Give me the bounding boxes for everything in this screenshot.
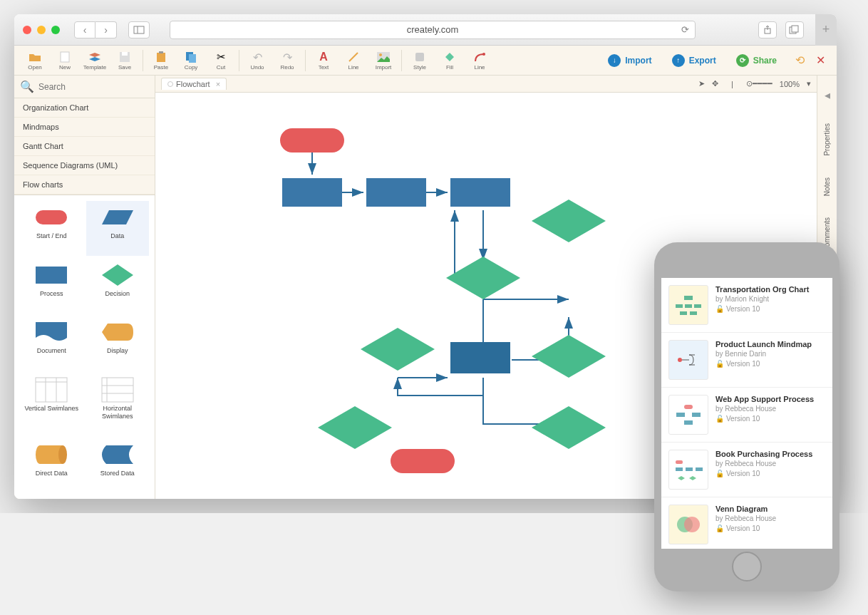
card-author: by Marion Knight <box>715 295 825 303</box>
left-panel: 🔍 Organization Chart Mindmaps Gantt Char… <box>14 76 155 499</box>
category-item[interactable]: Mindmaps <box>14 118 155 137</box>
lock-icon: 🔓 <box>715 360 724 368</box>
diagram-card[interactable]: Product Launch Mindmapby Bennie Darin🔓Ve… <box>661 333 832 388</box>
shape-document[interactable]: Document <box>20 316 83 371</box>
tool-undo[interactable]: ↶Undo <box>242 46 272 75</box>
tool-fill[interactable]: Fill <box>435 46 465 75</box>
svg-point-45 <box>678 358 682 362</box>
svg-rect-42 <box>694 304 701 308</box>
share-button[interactable]: ⟳Share <box>729 51 784 70</box>
svg-rect-15 <box>415 53 424 61</box>
window-controls <box>23 26 60 34</box>
shape-direct-data[interactable]: Direct Data <box>20 438 83 493</box>
category-item[interactable]: Gantt Chart <box>14 137 155 156</box>
svg-rect-4 <box>792 26 798 32</box>
share-icon <box>763 26 772 34</box>
new-tab-button[interactable]: + <box>815 14 837 46</box>
panel-notes[interactable]: Notes <box>823 177 831 196</box>
shape-display[interactable]: Display <box>86 316 150 371</box>
diagram-card[interactable]: Venn Diagramby Rebbeca House🔓Version 10 <box>661 497 832 513</box>
tabs-button[interactable] <box>785 21 804 38</box>
svg-rect-49 <box>684 420 693 425</box>
tool-new[interactable]: New <box>50 46 80 75</box>
sync-icon[interactable]: ⟲ <box>795 53 805 67</box>
panel-properties[interactable]: Properties <box>823 123 831 156</box>
tool-open[interactable]: Open <box>20 46 50 75</box>
shape-hswim[interactable]: Horizontal Swimlanes <box>86 373 150 435</box>
shape-vswim[interactable]: Vertical Swimlanes <box>20 373 83 435</box>
shape-data[interactable]: Data <box>86 201 150 256</box>
card-thumbnail <box>668 505 708 513</box>
close-icon[interactable] <box>23 26 31 34</box>
svg-rect-39 <box>684 296 693 300</box>
svg-rect-51 <box>676 467 683 471</box>
tool-paste[interactable]: Paste <box>146 46 176 75</box>
diagram-card[interactable]: Book Purchasing Processby Rebbeca House🔓… <box>661 443 832 497</box>
tool-import[interactable]: Import <box>368 46 398 75</box>
share-button[interactable] <box>758 21 777 38</box>
zoom-dropdown-icon[interactable]: ▾ <box>807 79 811 88</box>
close-icon[interactable]: ✕ <box>816 53 825 67</box>
svg-rect-19 <box>36 378 67 402</box>
svg-rect-17 <box>36 210 67 224</box>
svg-rect-34 <box>282 178 342 207</box>
minimize-icon[interactable] <box>37 26 46 34</box>
diagram-card[interactable]: Transportation Org Chartby Marion Knight… <box>661 278 832 333</box>
tool-text[interactable]: AText <box>309 46 339 75</box>
sidebar-toggle-button[interactable] <box>128 21 150 38</box>
tool-save[interactable]: Save <box>110 46 140 75</box>
svg-rect-48 <box>692 413 701 417</box>
tab-status-icon <box>167 81 173 87</box>
svg-rect-52 <box>686 467 693 471</box>
svg-rect-46 <box>684 405 693 409</box>
svg-rect-18 <box>36 267 67 284</box>
tab-flowchart[interactable]: Flowchart× <box>161 78 227 90</box>
shape-start-end[interactable]: Start / End <box>20 201 83 256</box>
move-icon[interactable]: ✥ <box>712 79 718 88</box>
card-author: by Bennie Darin <box>715 350 825 358</box>
svg-rect-40 <box>676 304 683 308</box>
back-button[interactable]: ‹ <box>74 21 95 38</box>
maximize-icon[interactable] <box>51 26 60 34</box>
shape-decision[interactable]: Decision <box>86 259 150 314</box>
svg-rect-50 <box>676 460 683 464</box>
card-version: 🔓Version 10 <box>715 470 825 477</box>
search-input[interactable] <box>38 82 149 92</box>
category-item[interactable]: Organization Chart <box>14 98 155 118</box>
category-item[interactable]: Sequence Diagrams (UML) <box>14 156 155 175</box>
tool-redo[interactable]: ↷Redo <box>272 46 302 75</box>
card-title: Venn Diagram <box>715 505 825 513</box>
download-icon: ↓ <box>608 54 621 67</box>
import-button[interactable]: ↓Import <box>601 51 658 70</box>
shape-process[interactable]: Process <box>20 259 83 314</box>
tool-line2[interactable]: Line <box>465 46 495 75</box>
diagram-card[interactable]: Web App Support Processby Rebbeca House🔓… <box>661 388 832 443</box>
svg-rect-9 <box>159 51 163 53</box>
tabs-icon <box>790 26 800 34</box>
url-bar[interactable]: creately.com ⟳ <box>170 21 696 39</box>
svg-rect-37 <box>450 342 510 373</box>
forward-button[interactable]: › <box>95 21 117 38</box>
card-title: Product Launch Mindmap <box>715 340 825 348</box>
phone-screen: Transportation Org Chartby Marion Knight… <box>661 278 832 513</box>
tab-close-icon[interactable]: × <box>216 80 220 88</box>
svg-rect-7 <box>122 52 128 56</box>
sidebar-icon <box>134 26 144 33</box>
export-button[interactable]: ↑Export <box>665 51 723 70</box>
tool-line[interactable]: Line <box>339 46 368 75</box>
card-title: Web App Support Process <box>715 395 825 403</box>
svg-rect-47 <box>676 413 685 417</box>
tool-cut[interactable]: ✂Cut <box>206 46 236 75</box>
tool-template[interactable]: Template <box>80 46 110 75</box>
zoom-slider[interactable]: ⊙━━━━ <box>746 79 773 88</box>
svg-rect-38 <box>391 449 455 473</box>
category-item[interactable]: Flow charts <box>14 175 155 195</box>
pointer-icon[interactable]: ➤ <box>698 79 705 88</box>
tool-style[interactable]: Style <box>405 46 435 75</box>
card-thumbnail <box>668 395 708 435</box>
tool-copy[interactable]: Copy <box>176 46 206 75</box>
refresh-icon[interactable]: ⟳ <box>681 24 689 35</box>
shape-stored-data[interactable]: Stored Data <box>86 438 150 493</box>
svg-rect-35 <box>366 178 426 207</box>
collapse-icon[interactable]: ◂ <box>825 88 830 102</box>
